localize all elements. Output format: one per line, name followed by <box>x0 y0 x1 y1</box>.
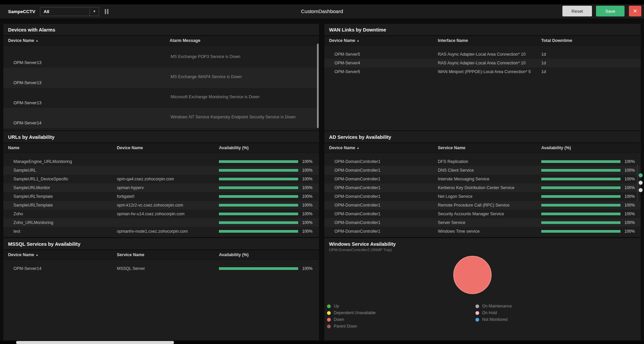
table-cell-device: opm-qa4.csez.zohocorpin.com <box>114 177 217 181</box>
table-row[interactable]: OPM-Server14MSSQL Server100% <box>3 264 319 273</box>
table-row[interactable]: OPM-DomainController1DFS Replication100% <box>324 157 641 166</box>
table-cell-device: OPM-DomainController1 <box>324 220 435 225</box>
legend-item[interactable]: Dependent Unavailable <box>327 310 376 315</box>
column-header-device-name[interactable]: Device Name▲ <box>3 252 114 257</box>
vertical-scrollbar-thumb[interactable] <box>317 44 319 128</box>
column-header-availability[interactable]: Availability (%) <box>217 252 319 257</box>
legend-color-dot <box>475 311 479 315</box>
table-cell-name: SampleURLMonitor <box>3 185 114 190</box>
availability-bar <box>541 213 620 215</box>
table-cell-service: Security Accounts Manager Service <box>435 212 539 216</box>
alarm-message: MS Exchange POP3 Service is Down <box>171 54 240 59</box>
table-header-row: Device Name▲ Interface Name Total Downti… <box>324 36 641 46</box>
table-row[interactable]: OPM-Server5WAN Miniport (PPPOE)-Local Ar… <box>324 67 641 76</box>
table-row[interactable]: OPM-DomainController1Remote Procedure Ca… <box>324 201 641 210</box>
availability-bar <box>541 169 620 172</box>
table-cell-interface: RAS Async Adapter-Local Area Connection*… <box>435 61 539 65</box>
legend-color-dot <box>327 304 331 308</box>
panel-windows-service-availability: Windows Service Availability OPM-DomainC… <box>324 238 641 340</box>
table-row[interactable]: SampleURLMonitoropman-hyperv100% <box>3 183 319 192</box>
table-cell-name: Zoho <box>3 212 114 216</box>
table-cell-device: fortigate0 <box>114 194 217 199</box>
legend-color-dot <box>475 318 479 322</box>
column-header-interface-name[interactable]: Interface Name <box>435 38 539 43</box>
column-header-availability[interactable]: Availability (%) <box>539 146 641 150</box>
availability-percent: 100% <box>302 185 313 190</box>
availability-bar <box>219 195 298 198</box>
table-cell-name: test <box>3 229 114 234</box>
table-row[interactable]: OPM-Server5RAS Async Adapter-Local Area … <box>324 50 641 59</box>
table-row[interactable]: OPM-DomainController1Security Accounts M… <box>324 210 641 218</box>
table-row[interactable]: SampleURLTemplateopm-k12r2-vc.csez.zohoc… <box>3 201 319 210</box>
table-row[interactable]: OPM-Server4RAS Async Adapter-Local Area … <box>324 59 641 67</box>
column-header-device-name[interactable]: Device Name <box>114 146 217 150</box>
table-row[interactable]: MS Exchange POP3 Service is DownOPM-Serv… <box>3 48 319 68</box>
legend-item[interactable]: Parent Down <box>327 324 357 329</box>
table-row[interactable]: OPM-DomainController1Kerberos Key Distri… <box>324 183 641 192</box>
table-row[interactable]: OPM-DomainController1Windows Time servic… <box>324 227 641 236</box>
table-row[interactable]: MS Exchange IMAP4 Service is DownOPM-Ser… <box>3 68 319 88</box>
view-filter-dropdown[interactable]: All ▼ <box>40 7 99 16</box>
legend-item[interactable]: Not Monitored <box>475 317 507 322</box>
table-cell-device: opman-hyperv <box>114 185 217 190</box>
legend-item[interactable]: Up <box>327 304 339 308</box>
legend-item[interactable]: Down <box>327 317 344 322</box>
legend-item[interactable]: On Maintenance <box>475 304 512 308</box>
panel-subtitle: OPM-DomainController2 (SNMP Trap) <box>329 248 641 252</box>
availability-cell: 100% <box>539 177 641 181</box>
panel-title: MSSQL Services by Availability <box>3 238 319 250</box>
page-indicator-dot[interactable] <box>639 188 643 192</box>
table-cell-device: opmanhv-node1.csez.zohocorpin.com <box>114 229 217 234</box>
column-header-name[interactable]: Name <box>3 146 114 150</box>
column-header-service-name[interactable]: Service Name <box>114 252 217 257</box>
table-row[interactable]: Microsoft Exchange Monitoring Service is… <box>3 88 319 108</box>
availability-cell: 100% <box>217 185 319 190</box>
pie-chart-down-slice[interactable] <box>453 256 492 294</box>
table-row[interactable]: SampleURLTemplatefortigate0100% <box>3 192 319 201</box>
column-header-device-name[interactable]: Device Name▲ <box>324 146 435 150</box>
column-header-device-name[interactable]: Device Name▲ <box>324 38 435 43</box>
column-header-alarm-message[interactable]: Alarm Message <box>170 38 319 43</box>
close-button[interactable]: ✕ <box>629 6 641 16</box>
dashboard-name: SampeCCTV <box>8 9 35 14</box>
sort-asc-icon: ▲ <box>357 39 360 42</box>
table-cell-service: Remote Procedure Call (RPC) Service <box>435 203 539 208</box>
chevron-down-icon[interactable]: ▼ <box>90 7 99 16</box>
pause-icon[interactable] <box>105 9 108 14</box>
legend-label: On Maintenance <box>482 304 512 308</box>
table-row[interactable]: testopmanhv-node1.csez.zohocorpin.com100… <box>3 227 319 236</box>
table-row[interactable]: OPM-DomainController1Server Service100% <box>324 218 641 227</box>
column-header-device-name[interactable]: Device Name▲ <box>3 38 170 43</box>
table-row[interactable]: SampleURL1_DeviceSpecificopm-qa4.csez.zo… <box>3 175 319 183</box>
reset-button[interactable]: Reset <box>562 6 592 16</box>
table-row[interactable]: ManageEngine_URLMonitoring100% <box>3 157 319 166</box>
column-header-service-name[interactable]: Service Name <box>435 146 539 150</box>
sort-asc-icon: ▲ <box>36 39 39 42</box>
availability-bar <box>219 178 298 180</box>
column-header-availability[interactable]: Availability (%) <box>217 146 319 150</box>
availability-bar <box>219 213 298 215</box>
column-header-total-downtime[interactable]: Total Downtime <box>539 38 641 43</box>
table-row[interactable]: SampleURL100% <box>3 166 319 175</box>
panel-title: AD Services by Availability <box>324 131 641 143</box>
table-cell-service: MSSQL Server <box>114 266 217 271</box>
table-row[interactable]: Zoho_URLMonitoring100% <box>3 218 319 227</box>
table-row[interactable]: OPM-DomainController1Intersite Messaging… <box>324 175 641 183</box>
table-cell-service: Kerberos Key Distribution Center Service <box>435 185 539 190</box>
table-row[interactable]: OPM-DomainController1DNS Client Service1… <box>324 166 641 175</box>
availability-cell: 100% <box>539 203 641 208</box>
table-cell-downtime: 1d <box>539 69 641 74</box>
page-indicator-dot-active[interactable] <box>639 173 643 177</box>
availability-percent: 100% <box>302 203 313 208</box>
page-indicator-dot[interactable] <box>639 181 643 185</box>
table-row[interactable]: Zohoopman-hv-u14.csez.zohocorpin.com100% <box>3 210 319 218</box>
availability-cell: 100% <box>217 229 319 234</box>
table-header-row: Device Name▲ Service Name Availability (… <box>3 250 319 260</box>
table-row[interactable]: Windows NT Service Kaspersky Endpoint Se… <box>3 108 319 128</box>
horizontal-scrollbar-thumb[interactable] <box>16 341 174 344</box>
table-row[interactable]: OPM-DomainController1Net Logon Service10… <box>324 192 641 201</box>
save-button[interactable]: Save <box>596 6 625 16</box>
table-body: MS Exchange POP3 Service is DownOPM-Serv… <box>3 46 319 128</box>
legend-item[interactable]: On Hold <box>475 310 497 315</box>
availability-bar <box>541 178 620 180</box>
